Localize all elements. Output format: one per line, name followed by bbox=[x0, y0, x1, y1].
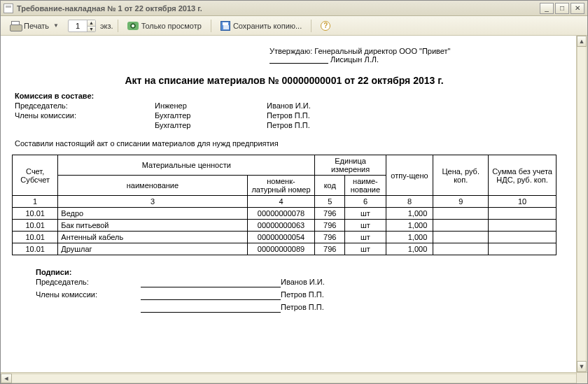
scroll-track[interactable] bbox=[12, 374, 576, 383]
copies-input[interactable] bbox=[69, 22, 87, 30]
sign-name: Петров П.П. bbox=[281, 303, 393, 313]
cell-nomen: 00000000089 bbox=[247, 243, 315, 255]
cell-code: 796 bbox=[315, 208, 345, 220]
cell-unit: шт bbox=[345, 208, 386, 220]
app-window: Требование-накладная № 1 от 22 октября 2… bbox=[0, 0, 588, 384]
cell-nomen: 00000000054 bbox=[247, 232, 315, 243]
cell-unit: шт bbox=[345, 232, 386, 243]
toolbar: Печать ▼ ▲ ▼ экз. Только просмотр Сохран… bbox=[1, 16, 587, 36]
preview-only-button[interactable]: Только просмотр bbox=[122, 20, 206, 32]
th-price: Цена, руб. коп. bbox=[433, 155, 489, 196]
cell-name: Ведро bbox=[58, 208, 247, 220]
th-nomen: номенк-латурный номер bbox=[247, 176, 315, 196]
th-materials: Материальные ценности bbox=[58, 155, 315, 176]
maximize-button[interactable]: □ bbox=[555, 3, 569, 14]
cell-sum bbox=[489, 243, 556, 255]
colnum: 8 bbox=[386, 196, 433, 208]
preview-label: Только просмотр bbox=[141, 22, 202, 30]
copies-unit: экз. bbox=[100, 22, 113, 30]
materials-body: 10.01 Ведро 00000000078 796 шт 1,000 10.… bbox=[13, 208, 556, 255]
th-sum: Сумма без учета НДС, руб. коп. bbox=[489, 155, 556, 196]
help-button[interactable]: ? bbox=[316, 19, 335, 33]
intro-text: Составили настоящий акт о списании матер… bbox=[15, 139, 556, 148]
titlebar: Требование-накладная № 1 от 22 октября 2… bbox=[1, 1, 587, 16]
signature-line bbox=[141, 290, 281, 300]
cell-sum bbox=[489, 232, 556, 243]
help-icon: ? bbox=[321, 21, 330, 31]
save-copy-button[interactable]: Сохранить копию... bbox=[216, 19, 307, 33]
copies-stepper[interactable]: ▲ ▼ bbox=[68, 20, 96, 32]
cell-qty: 1,000 bbox=[386, 232, 433, 243]
th-unit-name: наиме-нование bbox=[345, 176, 386, 196]
approve-name: Лисицын Л.Л. bbox=[330, 55, 379, 64]
window-title: Требование-накладная № 1 от 22 октября 2… bbox=[17, 4, 540, 13]
scroll-down-button[interactable]: ▼ bbox=[577, 361, 587, 372]
document-area: Утверждаю: Генеральный директор ООО "При… bbox=[1, 36, 587, 383]
colnum: 6 bbox=[345, 196, 386, 208]
colnum: 5 bbox=[315, 196, 345, 208]
commission-role bbox=[15, 121, 155, 129]
commission-name: Петров П.П. bbox=[267, 121, 407, 129]
cell-unit: шт bbox=[345, 243, 386, 255]
cell-sum bbox=[489, 208, 556, 220]
cell-price bbox=[433, 220, 489, 232]
print-button[interactable]: Печать ▼ bbox=[5, 19, 64, 33]
document-scroll[interactable]: Утверждаю: Генеральный директор ООО "При… bbox=[1, 36, 587, 372]
close-button[interactable]: ✕ bbox=[570, 3, 584, 14]
scroll-left-button[interactable]: ◄ bbox=[1, 374, 12, 383]
cell-sum bbox=[489, 220, 556, 232]
minimize-button[interactable]: _ bbox=[540, 3, 554, 14]
vertical-scrollbar[interactable]: ▲ ▼ bbox=[576, 36, 587, 372]
scroll-corner bbox=[576, 372, 587, 383]
signatures-heading: Подписи: bbox=[36, 268, 556, 276]
floppy-icon bbox=[220, 21, 230, 31]
scroll-track[interactable] bbox=[577, 47, 587, 361]
cell-nomen: 00000000063 bbox=[247, 220, 315, 232]
colnum: 3 bbox=[58, 196, 247, 208]
signatures-grid: Председатель: Иванов И.И. Члены комиссии… bbox=[36, 278, 556, 313]
cell-name: Антенный кабель bbox=[58, 232, 247, 243]
chevron-down-icon: ▼ bbox=[53, 22, 59, 29]
copies-down[interactable]: ▼ bbox=[87, 26, 95, 31]
commission-name: Иванов И.И. bbox=[267, 101, 407, 110]
th-unit: Единица измерения bbox=[315, 155, 386, 176]
cell-acc: 10.01 bbox=[13, 243, 58, 255]
print-label: Печать bbox=[24, 22, 49, 30]
cell-code: 796 bbox=[315, 243, 345, 255]
cell-acc: 10.01 bbox=[13, 220, 58, 232]
document-title: Акт на списание материалов № 00000000001… bbox=[12, 75, 556, 86]
table-row: 10.01 Антенный кабель 00000000054 796 шт… bbox=[13, 232, 556, 243]
table-row: 10.01 Ведро 00000000078 796 шт 1,000 bbox=[13, 208, 556, 220]
page: Утверждаю: Генеральный директор ООО "При… bbox=[12, 47, 556, 313]
copies-up[interactable]: ▲ bbox=[87, 20, 95, 26]
signatures-block: Подписи: Председатель: Иванов И.И. Члены… bbox=[36, 268, 556, 313]
cell-price bbox=[433, 243, 489, 255]
scroll-up-button[interactable]: ▲ bbox=[577, 36, 587, 47]
sign-role: Члены комиссии: bbox=[36, 290, 141, 300]
cell-qty: 1,000 bbox=[386, 220, 433, 232]
commission-position: Бухгалтер bbox=[155, 111, 267, 120]
th-qty: отпу-щено bbox=[386, 155, 433, 196]
cell-acc: 10.01 bbox=[13, 232, 58, 243]
commission-section: Комиссия в составе: Председатель: Инжене… bbox=[15, 92, 554, 129]
eye-icon bbox=[127, 22, 139, 30]
sign-role: Председатель: bbox=[36, 278, 141, 287]
table-row: 10.01 Друшлаг 00000000089 796 шт 1,000 bbox=[13, 243, 556, 255]
separator bbox=[118, 20, 118, 32]
sign-name: Петров П.П. bbox=[281, 290, 393, 300]
horizontal-scrollbar[interactable]: ◄ ► bbox=[1, 372, 587, 383]
commission-role: Председатель: bbox=[15, 101, 155, 110]
cell-price bbox=[433, 208, 489, 220]
table-row: 10.01 Бак питьевой 00000000063 796 шт 1,… bbox=[13, 220, 556, 232]
colnum: 9 bbox=[433, 196, 489, 208]
document-icon bbox=[4, 3, 13, 13]
colnum: 1 bbox=[13, 196, 58, 208]
cell-qty: 1,000 bbox=[386, 208, 433, 220]
printer-icon bbox=[10, 21, 21, 31]
cell-acc: 10.01 bbox=[13, 208, 58, 220]
commission-name: Петров П.П. bbox=[267, 111, 407, 120]
commission-position: Бухгалтер bbox=[155, 121, 267, 129]
separator bbox=[211, 20, 211, 32]
separator bbox=[311, 20, 312, 32]
cell-qty: 1,000 bbox=[386, 243, 433, 255]
